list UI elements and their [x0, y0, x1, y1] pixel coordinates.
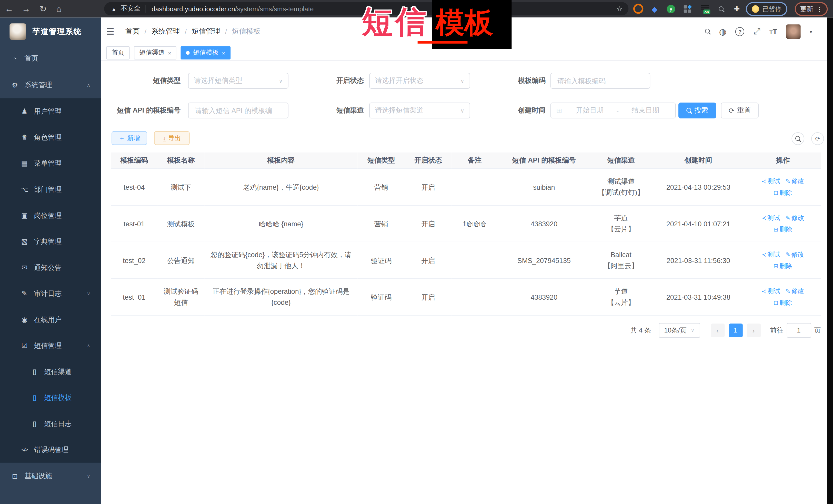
collapse-sidebar-icon[interactable]: ☰: [106, 26, 114, 38]
export-button[interactable]: ↓ 导出: [154, 131, 190, 145]
home-icon[interactable]: ⌂: [53, 0, 65, 18]
insecure-label: 不安全: [120, 4, 141, 13]
sidebar-item-online-users[interactable]: ◉ 在线用户: [0, 307, 101, 333]
sidebar-item-roles[interactable]: ♛ 角色管理: [0, 124, 101, 150]
end-date-placeholder[interactable]: 结束日期: [621, 105, 670, 115]
update-browser-button[interactable]: 更新 ⋮: [795, 2, 828, 16]
extension-gem-icon[interactable]: ◆: [648, 0, 662, 18]
fullscreen-icon[interactable]: ⤢: [754, 27, 760, 36]
sidebar-item-error-codes[interactable]: </> 错误码管理: [0, 437, 101, 463]
tab-home[interactable]: 首页: [106, 46, 129, 59]
status-select[interactable]: 请选择开启状态 ∨: [369, 73, 470, 89]
sidebar-item-label: 错误码管理: [34, 445, 69, 454]
tab-sms-channel[interactable]: 短信渠道 ×: [134, 46, 177, 59]
profile-paused-chip[interactable]: 已暂停: [746, 2, 787, 16]
edit-icon: ✎: [786, 251, 790, 258]
sidebar-item-label: 部门管理: [34, 185, 62, 194]
sidebar-item-sms-log[interactable]: ▯ 短信日志: [0, 411, 101, 437]
edit-link[interactable]: ✎修改: [786, 177, 804, 185]
page-suffix: 页: [814, 326, 821, 335]
refresh-table-button[interactable]: ⟳: [811, 132, 824, 145]
test-link[interactable]: ≺测试: [761, 287, 780, 295]
sidebar-item-label: 用户管理: [34, 106, 62, 116]
sidebar-item-sms[interactable]: ☑ 短信管理 ∧: [0, 333, 101, 359]
add-button[interactable]: ＋ 新增: [112, 131, 147, 145]
test-link[interactable]: ≺测试: [761, 251, 780, 258]
reset-button[interactable]: ⟳ 重置: [721, 102, 759, 118]
sidebar-item-dictionary[interactable]: ▧ 字典管理: [0, 229, 101, 255]
sidebar-item-infrastructure[interactable]: ⊡ 基础设施 ∨: [0, 463, 101, 489]
delete-link[interactable]: ⊟删除: [774, 299, 792, 307]
breadcrumb-item[interactable]: 短信管理: [192, 27, 220, 36]
plus-icon: ＋: [119, 134, 125, 143]
edit-link[interactable]: ✎修改: [786, 287, 804, 295]
paused-label: 已暂停: [762, 5, 782, 14]
goto-page-input[interactable]: [787, 323, 811, 338]
current-page-button[interactable]: 1: [729, 323, 742, 337]
api-template-input[interactable]: [188, 102, 289, 118]
sidebar-item-departments[interactable]: ⌥ 部门管理: [0, 176, 101, 202]
template-code-field[interactable]: [556, 76, 644, 85]
back-icon[interactable]: ←: [3, 0, 15, 18]
sidebar-item-label: 短信管理: [34, 341, 62, 350]
extension-list-on-icon[interactable]: on: [698, 0, 712, 18]
api-template-field[interactable]: [194, 106, 283, 115]
page-size-select[interactable]: 10条/页 ∨: [659, 323, 700, 338]
extension-grid-icon[interactable]: [681, 0, 694, 18]
sidebar-item-label: 岗位管理: [34, 211, 62, 220]
sidebar-item-audit-log[interactable]: ✎ 审计日志 ∨: [0, 281, 101, 307]
next-page-button[interactable]: ›: [746, 323, 760, 337]
show-search-toggle-button[interactable]: [791, 132, 804, 145]
test-link[interactable]: ≺测试: [761, 214, 780, 221]
sms-type-select[interactable]: 请选择短信类型 ∨: [188, 73, 289, 89]
bookmark-star-icon[interactable]: ☆: [616, 5, 622, 13]
edit-link[interactable]: ✎修改: [786, 214, 804, 221]
reload-icon[interactable]: ↻: [37, 0, 49, 18]
search-icon[interactable]: [705, 29, 710, 34]
github-icon[interactable]: ◍: [719, 26, 727, 37]
sidebar-item-notices[interactable]: ✉ 通知公告: [0, 255, 101, 281]
font-size-icon[interactable]: TT: [769, 27, 777, 35]
sms-type-label: 短信类型: [101, 73, 181, 89]
edit-link[interactable]: ✎修改: [786, 251, 804, 258]
breadcrumb-item[interactable]: 系统管理: [151, 27, 180, 36]
delete-icon: ⊟: [774, 226, 778, 233]
extension-orange-icon[interactable]: [631, 0, 645, 18]
sms-template-table: 模板编码 模板名称 模板内容 短信类型 开启状态 备注 短信 API 的模板编号…: [111, 152, 821, 316]
avatar-caret-icon[interactable]: ▾: [810, 28, 812, 34]
delete-link[interactable]: ⊟删除: [774, 226, 792, 233]
chevron-down-icon: ∨: [460, 78, 464, 84]
browser-menu-icon[interactable]: ⋮: [816, 6, 823, 13]
user-avatar[interactable]: [786, 24, 801, 39]
search-button[interactable]: 搜索: [679, 102, 716, 118]
extensions-puzzle-icon[interactable]: ✚: [730, 0, 744, 18]
sidebar-item-system[interactable]: ⚙ 系统管理 ∧: [0, 72, 101, 98]
extension-search-icon[interactable]: [715, 0, 729, 18]
sidebar-item-sms-template[interactable]: ▯ 短信模板: [0, 385, 101, 411]
date-range-picker[interactable]: ⊞ 开始日期 - 结束日期: [550, 102, 676, 118]
prev-page-button[interactable]: ‹: [710, 323, 724, 337]
download-icon: ↓: [163, 135, 166, 141]
sidebar-item-users[interactable]: ♟ 用户管理: [0, 98, 101, 124]
breadcrumb-item[interactable]: 首页: [125, 27, 140, 36]
delete-link[interactable]: ⊟删除: [774, 189, 792, 197]
tab-sms-template[interactable]: 短信模板 ×: [181, 46, 231, 59]
sidebar-item-home[interactable]: ◔ 首页: [0, 45, 101, 72]
sidebar-item-label: 通知公告: [34, 263, 62, 272]
user-icon: ♟: [20, 107, 29, 115]
delete-link[interactable]: ⊟删除: [774, 263, 792, 270]
channel-select[interactable]: 请选择短信渠道 ∨: [369, 102, 470, 118]
main-area: ☰ 首页 / 系统管理 / 短信管理 / 短信模板 ◍ ? ⤢ TT ▾: [101, 18, 827, 504]
sidebar-item-posts[interactable]: ▣ 岗位管理: [0, 202, 101, 229]
close-icon[interactable]: ×: [222, 50, 225, 56]
forward-icon[interactable]: →: [20, 0, 32, 18]
extension-green-icon[interactable]: y: [664, 0, 678, 18]
start-date-placeholder[interactable]: 开始日期: [565, 105, 614, 115]
sidebar-item-menus[interactable]: ▤ 菜单管理: [0, 150, 101, 176]
help-icon[interactable]: ?: [736, 27, 744, 36]
close-icon[interactable]: ×: [168, 50, 171, 56]
sidebar-item-sms-channel[interactable]: ▯ 短信渠道: [0, 359, 101, 385]
test-link[interactable]: ≺测试: [761, 177, 780, 185]
template-code-input[interactable]: [550, 73, 650, 89]
book-icon: ▧: [20, 237, 29, 245]
